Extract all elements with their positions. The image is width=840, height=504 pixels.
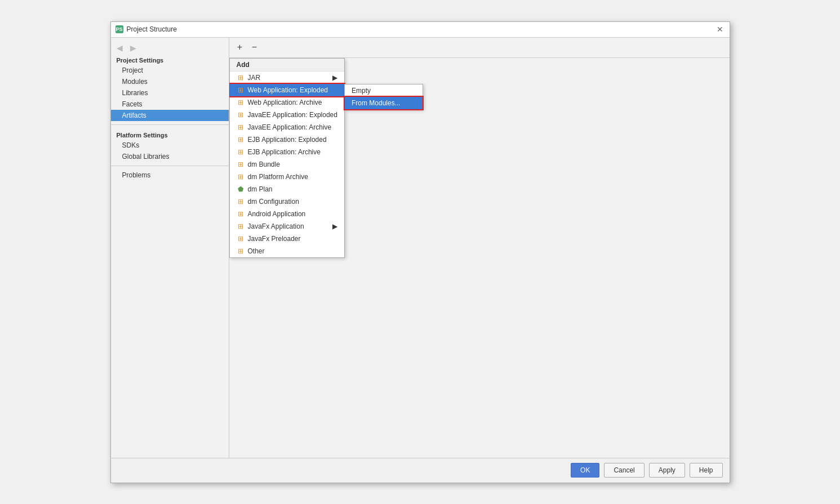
other-icon: ⊞ [237, 247, 245, 255]
sidebar: ◀ ▶ Project Settings Project Modules Lib… [111, 38, 229, 458]
add-button[interactable]: + [234, 41, 246, 53]
cancel-button[interactable]: Cancel [604, 463, 644, 478]
dropdown-header: Add [230, 59, 344, 72]
javafx-preloader-icon: ⊞ [237, 235, 245, 243]
android-app-icon: ⊞ [237, 210, 245, 218]
title-bar-left: PS Project Structure [115, 25, 177, 33]
dropdown-item-ejb-exploded[interactable]: ⊞ EJB Application: Exploded [230, 133, 344, 146]
sidebar-divider [111, 124, 229, 125]
sidebar-item-global-libraries[interactable]: Global Libraries [111, 151, 229, 162]
back-button[interactable]: ◀ [114, 42, 126, 53]
project-structure-dialog: PS Project Structure ✕ ◀ ▶ Project Setti… [110, 21, 730, 483]
main-area: + − Add ⊞ JAR ▶ [229, 38, 730, 458]
javafx-arrow-icon: ▶ [332, 222, 337, 230]
sidebar-item-artifacts[interactable]: Artifacts [111, 110, 229, 121]
dropdown-item-javafx-app[interactable]: ⊞ JavaFx Application ▶ [230, 220, 344, 233]
submenu: Empty From Modules... [344, 84, 423, 110]
sidebar-item-problems[interactable]: Problems [111, 170, 229, 181]
javaee-archive-icon: ⊞ [237, 123, 245, 131]
jar-icon: ⊞ [237, 74, 245, 82]
dm-plan-icon: ⬟ [237, 185, 245, 193]
sidebar-divider-2 [111, 166, 229, 166]
dropdown-item-dm-bundle[interactable]: ⊞ dm Bundle [230, 158, 344, 171]
dm-platform-archive-icon: ⊞ [237, 173, 245, 181]
dropdown-item-javafx-preloader[interactable]: ⊞ JavaFx Preloader [230, 233, 344, 245]
dropdown-item-javaee-exploded[interactable]: ⊞ JavaEE Application: Exploded [230, 109, 344, 121]
sidebar-item-facets[interactable]: Facets [111, 99, 229, 110]
ok-button[interactable]: OK [571, 463, 599, 478]
nav-arrows: ◀ ▶ [111, 42, 229, 53]
content-area: Add ⊞ JAR ▶ ⊞ Web Application: Exploded [229, 58, 730, 458]
dropdown-item-android-app[interactable]: ⊞ Android Application [230, 208, 344, 220]
dropdown-item-jar[interactable]: ⊞ JAR ▶ [230, 72, 344, 84]
apply-button[interactable]: Apply [649, 463, 685, 478]
dropdown-item-javaee-archive[interactable]: ⊞ JavaEE Application: Archive [230, 121, 344, 133]
dropdown-item-dm-plan[interactable]: ⬟ dm Plan [230, 183, 344, 195]
add-dropdown-menu: Add ⊞ JAR ▶ ⊞ Web Application: Exploded [229, 58, 345, 258]
dialog-title: Project Structure [127, 25, 177, 33]
title-bar: PS Project Structure ✕ [111, 22, 730, 38]
dialog-body: ◀ ▶ Project Settings Project Modules Lib… [111, 38, 730, 458]
sidebar-item-modules[interactable]: Modules [111, 76, 229, 87]
javaee-exploded-icon: ⊞ [237, 111, 245, 119]
project-settings-title: Project Settings [111, 53, 229, 65]
forward-button[interactable]: ▶ [128, 42, 139, 53]
app-icon: PS [115, 25, 123, 33]
dropdown-item-other[interactable]: ⊞ Other [230, 245, 344, 257]
dm-bundle-icon: ⊞ [237, 160, 245, 168]
sidebar-item-sdks[interactable]: SDKs [111, 140, 229, 151]
dropdown-item-web-app-archive[interactable]: ⊞ Web Application: Archive [230, 96, 344, 109]
web-app-archive-icon: ⊞ [237, 99, 245, 106]
main-toolbar: + − [229, 38, 730, 58]
sidebar-item-libraries[interactable]: Libraries [111, 87, 229, 99]
submenu-item-empty[interactable]: Empty [345, 84, 423, 97]
ejb-archive-icon: ⊞ [237, 148, 245, 156]
web-app-exploded-icon: ⊞ [237, 86, 245, 94]
close-button[interactable]: ✕ [715, 24, 725, 34]
dropdown-item-web-app-exploded[interactable]: ⊞ Web Application: Exploded Empty From M… [230, 84, 344, 96]
platform-settings-title: Platform Settings [111, 128, 229, 140]
dm-configuration-icon: ⊞ [237, 198, 245, 206]
jar-arrow-icon: ▶ [332, 74, 337, 82]
remove-button[interactable]: − [248, 41, 261, 53]
dropdown-item-ejb-archive[interactable]: ⊞ EJB Application: Archive [230, 146, 344, 158]
submenu-item-from-modules[interactable]: From Modules... [345, 97, 423, 109]
help-button[interactable]: Help [690, 463, 723, 478]
ejb-exploded-icon: ⊞ [237, 136, 245, 144]
javafx-app-icon: ⊞ [237, 222, 245, 230]
sidebar-item-project[interactable]: Project [111, 65, 229, 76]
dropdown-container: Add ⊞ JAR ▶ ⊞ Web Application: Exploded [229, 58, 345, 258]
dropdown-item-dm-platform-archive[interactable]: ⊞ dm Platform Archive [230, 171, 344, 183]
bottom-bar: OK Cancel Apply Help [111, 458, 730, 483]
dropdown-item-dm-configuration[interactable]: ⊞ dm Configuration [230, 195, 344, 208]
